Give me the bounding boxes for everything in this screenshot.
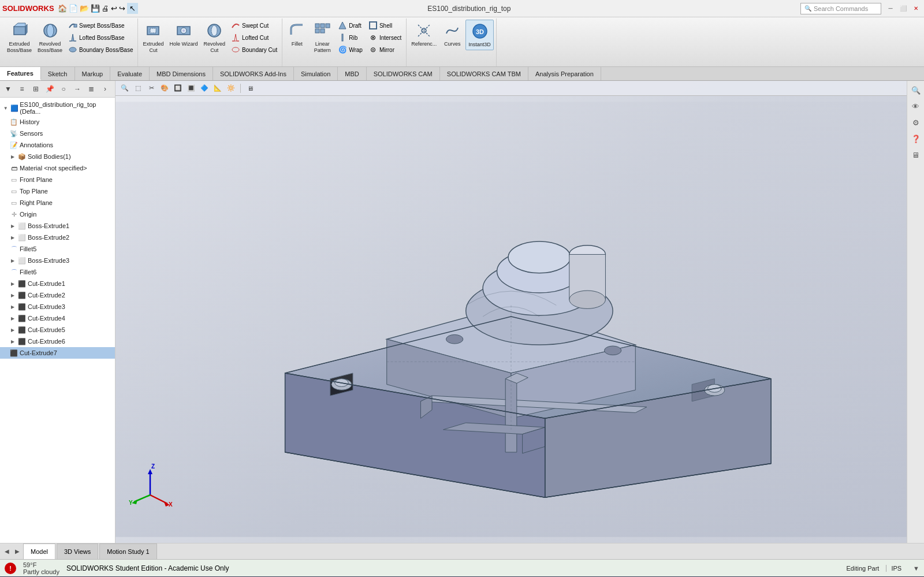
tree-boss-extrude3[interactable]: ▶ ⬜ Boss-Extrude3 xyxy=(0,255,115,266)
tree-sensors[interactable]: 📡 Sensors xyxy=(0,128,115,139)
rp-search-btn[interactable]: 🔍 xyxy=(909,83,923,97)
open-btn[interactable]: 📂 xyxy=(80,4,89,13)
intersect-btn[interactable]: ⊗ Intersect xyxy=(366,32,404,43)
3d-viewport[interactable]: 🔍 ⬚ ✂ 🎨 🔲 🔳 🔷 📐 🔆 🖥 xyxy=(116,81,907,543)
tree-top-plane[interactable]: ▭ Top Plane xyxy=(0,185,115,197)
tree-fillet6[interactable]: ⌒ Fillet6 xyxy=(0,266,115,278)
tab-mbd[interactable]: MBD xyxy=(338,67,366,80)
tree-cut-extrude5[interactable]: ▶ ⬛ Cut-Extrude5 xyxy=(0,324,115,336)
vp-cut-btn[interactable]: ✂ xyxy=(146,83,157,94)
svg-point-14 xyxy=(211,25,217,36)
revolved-cut-btn[interactable]: RevolvedCut xyxy=(202,20,228,55)
tree-annotations[interactable]: 📝 Annotations xyxy=(0,139,115,151)
tab-mbd-dimensions[interactable]: MBD Dimensions xyxy=(150,67,213,80)
new-btn[interactable]: 📄 xyxy=(69,4,78,13)
instant3d-btn[interactable]: 3D Instant3D xyxy=(465,20,494,50)
revolved-boss-base-btn[interactable]: RevolvedBoss/Base xyxy=(35,20,65,55)
tree-cut-extrude4[interactable]: ▶ ⬛ Cut-Extrude4 xyxy=(0,312,115,324)
units-dropdown[interactable]: ▼ xyxy=(913,565,919,572)
undo-btn[interactable]: ↩ xyxy=(111,4,117,13)
tree-cut-extrude2[interactable]: ▶ ⬛ Cut-Extrude2 xyxy=(0,289,115,301)
tree-boss-extrude2[interactable]: ▶ ⬜ Boss-Extrude2 xyxy=(0,232,115,243)
restore-btn[interactable]: ⬜ xyxy=(897,3,909,14)
tab-evaluate[interactable]: Evaluate xyxy=(110,67,150,80)
tree-front-plane[interactable]: ▭ Front Plane xyxy=(0,174,115,185)
rp-settings-btn[interactable]: ⚙ xyxy=(909,116,923,129)
extruded-cut-btn[interactable]: ExtrudedCut xyxy=(140,20,166,55)
tree-cut-extrude3[interactable]: ▶ ⬛ Cut-Extrude3 xyxy=(0,301,115,312)
vp-hide-btn[interactable]: 🔷 xyxy=(199,83,210,94)
grid-tool-btn[interactable]: ⊞ xyxy=(29,83,42,95)
tab-solidworks-addins[interactable]: SOLIDWORKS Add-Ins xyxy=(213,67,294,80)
swept-cut-btn[interactable]: Swept Cut xyxy=(229,20,280,31)
lofted-cut-btn[interactable]: Lofted Cut xyxy=(229,32,280,43)
tree-root[interactable]: ▼ 🟦 ES100_distribution_rig_top (Defa... xyxy=(0,100,115,116)
vp-view-btn[interactable]: ⬚ xyxy=(132,83,144,94)
tab-solidworks-cam-tbm[interactable]: SOLIDWORKS CAM TBM xyxy=(440,67,528,80)
tree-fillet5[interactable]: ⌒ Fillet5 xyxy=(0,243,115,255)
rp-view-btn[interactable]: 👁 xyxy=(909,99,923,113)
tree-material[interactable]: 🗃 Material <not specified> xyxy=(0,162,115,174)
fillet-btn[interactable]: Fillet xyxy=(285,20,309,49)
boundary-cut-btn[interactable]: Boundary Cut xyxy=(229,44,280,55)
tab-markup[interactable]: Markup xyxy=(75,67,111,80)
tree-boss-extrude1[interactable]: ▶ ⬜ Boss-Extrude1 xyxy=(0,220,115,232)
tree-cut-extrude7[interactable]: ⬛ Cut-Extrude7 xyxy=(0,347,115,359)
minimize-btn[interactable]: ─ xyxy=(885,3,896,14)
print-btn[interactable]: 🖨 xyxy=(102,4,109,13)
tree-origin[interactable]: ✛ Origin xyxy=(0,209,115,220)
select-btn[interactable]: ↖ xyxy=(127,3,138,14)
search-commands-box[interactable]: 🔍 Search Commands xyxy=(800,3,881,14)
home-btn[interactable]: 🏠 xyxy=(58,4,67,13)
motion-study-tab[interactable]: Motion Study 1 xyxy=(99,544,157,559)
expand-tool-btn[interactable]: › xyxy=(99,83,111,95)
tab-features[interactable]: Features xyxy=(0,67,41,80)
list-tool-btn[interactable]: ≡ xyxy=(16,83,28,95)
draft-btn[interactable]: Draft xyxy=(336,20,365,31)
lofted-boss-btn[interactable]: Lofted Boss/Base xyxy=(66,32,135,43)
arrow-tool-btn[interactable]: → xyxy=(71,83,84,95)
boss-extrude3-label: Boss-Extrude3 xyxy=(28,257,69,264)
close-btn[interactable]: ✕ xyxy=(910,3,922,14)
tab-simulation[interactable]: Simulation xyxy=(294,67,338,80)
mirror-btn[interactable]: ⊜ Mirror xyxy=(366,44,404,55)
layer-tool-btn[interactable]: ≣ xyxy=(85,83,98,95)
rp-display-btn[interactable]: 🖥 xyxy=(909,148,923,162)
save-btn[interactable]: 💾 xyxy=(91,4,100,13)
vp-search-btn[interactable]: 🔍 xyxy=(119,83,131,94)
filter-tool-btn[interactable]: ▼ xyxy=(2,83,14,95)
reference-btn[interactable]: Referenc... xyxy=(409,20,439,49)
tab-analysis-preparation[interactable]: Analysis Preparation xyxy=(528,67,601,80)
vp-render-btn[interactable]: 🎨 xyxy=(159,83,170,94)
wrap-btn[interactable]: 🌀 Wrap xyxy=(336,44,365,55)
3d-views-tab[interactable]: 3D Views xyxy=(57,544,98,559)
tree-cut-extrude1[interactable]: ▶ ⬛ Cut-Extrude1 xyxy=(0,278,115,289)
tree-history[interactable]: 📋 History xyxy=(0,116,115,128)
tab-solidworks-cam[interactable]: SOLIDWORKS CAM xyxy=(367,67,440,80)
rp-help-btn[interactable]: ❓ xyxy=(909,132,923,146)
rib-btn[interactable]: Rib xyxy=(336,32,365,43)
vp-display2-btn[interactable]: 🖥 xyxy=(244,83,256,94)
pin-tool-btn[interactable]: 📌 xyxy=(43,83,56,95)
prev-tab-btn[interactable]: ◀ xyxy=(2,544,12,559)
boundary-boss-btn[interactable]: Boundary Boss/Base xyxy=(66,44,135,55)
swept-boss-btn[interactable]: Swept Boss/Base xyxy=(66,20,135,31)
tree-solid-bodies[interactable]: ▶ 📦 Solid Bodies(1) xyxy=(0,151,115,162)
svg-rect-23 xyxy=(342,34,343,41)
tree-cut-extrude6[interactable]: ▶ ⬛ Cut-Extrude6 xyxy=(0,336,115,347)
shell-btn[interactable]: Shell xyxy=(366,20,404,31)
vp-scene-btn[interactable]: 🔳 xyxy=(185,83,197,94)
vp-light-btn[interactable]: 🔆 xyxy=(225,83,237,94)
circle-tool-btn[interactable]: ○ xyxy=(57,83,70,95)
vp-display-btn[interactable]: 🔲 xyxy=(172,83,184,94)
linear-pattern-btn[interactable]: LinearPattern xyxy=(310,20,334,55)
model-tab[interactable]: Model xyxy=(23,544,55,559)
extruded-boss-base-btn[interactable]: ExtrudedBoss/Base xyxy=(5,20,34,55)
curves-btn[interactable]: Curves xyxy=(440,20,464,49)
redo-btn[interactable]: ↪ xyxy=(119,4,125,13)
vp-ref-btn[interactable]: 📐 xyxy=(212,83,223,94)
tree-right-plane[interactable]: ▭ Right Plane xyxy=(0,197,115,209)
next-tab-btn[interactable]: ▶ xyxy=(13,544,22,559)
hole-wizard-btn[interactable]: Hole Wizard xyxy=(167,20,200,49)
tab-sketch[interactable]: Sketch xyxy=(41,67,75,80)
